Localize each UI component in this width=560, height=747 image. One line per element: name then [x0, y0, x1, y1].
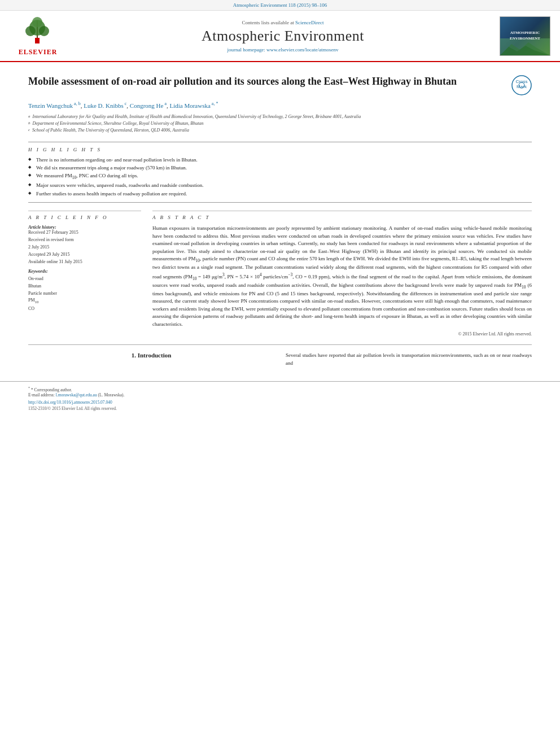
- main-content: Mobile assessment of on-road air polluti…: [0, 62, 560, 375]
- doi-link[interactable]: http://dx.doi.org/10.1016/j.atmosenv.201…: [28, 400, 532, 405]
- contents-line: Contents lists available at ScienceDirec…: [242, 20, 324, 25]
- author-email[interactable]: l.morawska@qut.edu.au: [56, 392, 97, 397]
- abstract-column: A B S T R A C T Human exposures in trans…: [152, 211, 532, 337]
- author-1: Tenzin Wangchuk: [28, 102, 73, 109]
- highlights-title: H I G H L I G H T S: [28, 147, 532, 152]
- highlight-4: Major sources were vehicles, unpaved roa…: [28, 181, 532, 189]
- svg-text:Mark: Mark: [517, 84, 527, 89]
- author-4: Lidia Morawska: [169, 102, 210, 109]
- revised-date: 2 July 2015: [28, 244, 141, 250]
- keyword-1: On-road: [28, 276, 141, 283]
- svg-marker-8: [500, 46, 550, 55]
- article-title-section: Mobile assessment of on-road air polluti…: [28, 75, 532, 95]
- sciencedirect-link[interactable]: ScienceDirect: [295, 20, 323, 25]
- affil-c: c School of Public Health, The Universit…: [28, 127, 532, 134]
- abstract-text: Human exposures in transportation microe…: [152, 225, 532, 328]
- elsevier-logo: ELSEVIER: [19, 15, 58, 56]
- corresponding-note: * * Corresponding author.: [28, 386, 532, 392]
- highlights-section: H I G H L I G H T S There is no informat…: [28, 142, 532, 203]
- cover-title: ATMOSPHERICENVIRONMENT: [510, 30, 540, 41]
- section-divider: [28, 344, 532, 345]
- authors-line: Tenzin Wangchuk a, b, Luke D. Knibbs c, …: [28, 101, 532, 109]
- author-2-sup: c: [124, 101, 127, 106]
- keyword-5: CO: [28, 305, 141, 313]
- journal-citation: Atmospheric Environment 118 (2015) 98–10…: [233, 2, 327, 8]
- article-info-header: A R T I C L E I N F O: [28, 211, 141, 220]
- svg-text:Cross: Cross: [516, 79, 528, 84]
- affiliations: a International Laboratory for Air Quali…: [28, 113, 532, 134]
- highlight-5: Further studies to assess health impacts…: [28, 190, 532, 198]
- affil-b: b Department of Environmental Science, S…: [28, 120, 532, 127]
- author-2: Luke D. Knibbs: [84, 102, 124, 109]
- issn-line: 1352-2310/© 2015 Elsevier Ltd. All right…: [28, 406, 117, 411]
- keywords-label: Keywords:: [28, 269, 141, 274]
- svg-point-3: [25, 26, 36, 36]
- received-revised-label: Received in revised form: [28, 237, 141, 242]
- keyword-2: Bhutan: [28, 283, 141, 290]
- intro-title: 1. Introduction: [28, 352, 274, 359]
- accepted-date: Accepted 29 July 2015: [28, 252, 141, 257]
- journal-cover-image: ATMOSPHERICENVIRONMENT: [500, 16, 550, 56]
- keywords-section: Keywords: On-road Bhutan Particle number…: [28, 269, 141, 312]
- crossmark-badge: Cross Mark: [511, 75, 532, 95]
- page-wrapper: Atmospheric Environment 118 (2015) 98–10…: [0, 0, 560, 747]
- author-1-sup: a, b: [73, 101, 81, 106]
- keyword-3: Particle number: [28, 290, 141, 298]
- journal-title-area: Contents lists available at ScienceDirec…: [75, 15, 491, 56]
- copyright-notice: © 2015 Elsevier Ltd. All rights reserved…: [152, 331, 532, 337]
- intro-text: Several studies have reported that air p…: [286, 352, 532, 367]
- available-date: Available online 31 July 2015: [28, 259, 141, 264]
- highlight-1: There is no information regarding on- an…: [28, 156, 532, 164]
- introduction-section: 1. Introduction Several studies have rep…: [28, 352, 532, 367]
- journal-header: ELSEVIER Contents lists available at Sci…: [0, 11, 560, 62]
- author-4-sup: a, *: [211, 101, 218, 106]
- svg-point-5: [32, 17, 42, 27]
- author-3-sup: a: [163, 101, 167, 106]
- article-info-column: A R T I C L E I N F O Article history: R…: [28, 211, 141, 337]
- svg-rect-0: [35, 38, 40, 43]
- affil-a: a International Laboratory for Air Quali…: [28, 113, 532, 120]
- page-footer: * * Corresponding author. E-mail address…: [0, 381, 560, 416]
- journal-homepage-line: journal homepage: www.elsevier.com/locat…: [228, 47, 339, 53]
- highlight-2: We did six measurement trips along a maj…: [28, 164, 532, 172]
- elsevier-wordmark: ELSEVIER: [19, 48, 58, 56]
- svg-point-4: [39, 26, 49, 36]
- elsevier-tree-icon: [19, 15, 56, 46]
- journal-cover-area: ATMOSPHERICENVIRONMENT: [497, 15, 553, 56]
- publisher-logo-area: ELSEVIER: [7, 15, 69, 56]
- cover-landscape-icon: [500, 41, 550, 55]
- abstract-header: A B S T R A C T: [152, 211, 532, 220]
- two-column-section: A R T I C L E I N F O Article history: R…: [28, 211, 532, 337]
- highlight-3: We measured PM10, PNC and CO during all …: [28, 172, 532, 181]
- journal-bar: Atmospheric Environment 118 (2015) 98–10…: [0, 0, 560, 11]
- journal-url[interactable]: www.elsevier.com/locate/atmosenv: [266, 47, 338, 53]
- email-line: E-mail address: l.morawska@qut.edu.au (L…: [28, 392, 532, 397]
- journal-name: Atmospheric Environment: [202, 28, 364, 45]
- author-3: Congrong He: [130, 102, 164, 109]
- keyword-4: PM10: [28, 297, 141, 305]
- history-label: Article history:: [28, 225, 141, 230]
- article-title: Mobile assessment of on-road air polluti…: [28, 75, 511, 88]
- received-date: Received 27 February 2015: [28, 230, 141, 235]
